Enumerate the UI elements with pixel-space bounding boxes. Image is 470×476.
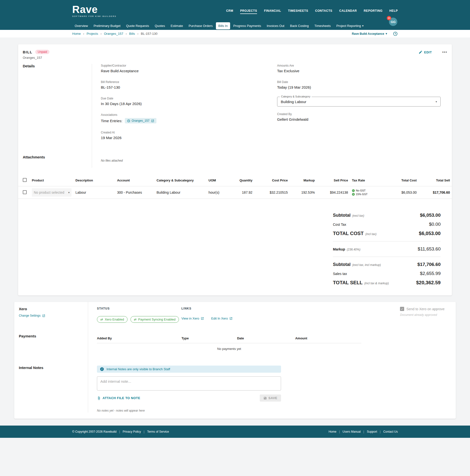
edit-button[interactable]: EDIT (419, 50, 432, 54)
privacy-policy-link[interactable]: Privacy Policy (123, 430, 141, 433)
project-tabs: Overview Preliminary Budget Quote Reques… (72, 21, 398, 30)
attachments-empty-text: No files attached (101, 159, 441, 162)
links-label: LINKS (181, 307, 233, 310)
tab-progress-payments[interactable]: Progress Payments (231, 22, 263, 29)
tax-rate-cost-icon: C (352, 189, 355, 192)
tab-estimate[interactable]: Estimate (168, 22, 185, 29)
totals-markup: Markup(236.40%) $11,653.60 (333, 246, 441, 252)
rave-logo[interactable]: Rave SOFTWARE FOR KIWI BUILDERS (72, 4, 117, 17)
nav-crm[interactable]: CRM (226, 8, 233, 14)
tab-quote-requests[interactable]: Quote Requests (124, 22, 151, 29)
user-avatar[interactable]: 30 GG (389, 18, 398, 26)
users-manual-link[interactable]: Users Manual (342, 430, 361, 433)
status-label: STATUS (97, 307, 181, 310)
tab-preliminary-budget[interactable]: Preliminary Budget (91, 22, 123, 29)
breadcrumb-project[interactable]: Oranges_157 (104, 32, 123, 35)
breadcrumb-separator: › (137, 32, 138, 35)
change-settings-link[interactable]: Change Settings (19, 314, 88, 317)
field-created-at: Created At 19 Mar 2026 (101, 131, 277, 140)
tab-invoices-out[interactable]: Invoices Out (264, 22, 287, 29)
nav-timesheets[interactable]: TIMESHEETS (288, 8, 308, 14)
internal-note-input[interactable] (97, 376, 281, 391)
xero-card: Xero Change Settings STATUS ⇄ Xero Enabl… (14, 302, 456, 419)
xero-enabled-chip[interactable]: ⇄ Xero Enabled (97, 316, 128, 323)
breadcrumb-bar: Home › Projects › Oranges_157 › Bills › … (0, 30, 470, 37)
contact-us-link[interactable]: Contact Us (383, 430, 398, 433)
field-amounts-are: Amounts Are Tax Exclusive (277, 64, 441, 73)
nav-contacts[interactable]: CONTACTS (315, 8, 333, 14)
cell-quantity: 187.92 (229, 186, 254, 199)
attach-file-to-note-button[interactable]: ATTACH FILE TO NOTE (97, 396, 140, 400)
save-icon (263, 396, 267, 400)
support-link[interactable]: Support (367, 430, 377, 433)
tab-back-costing[interactable]: Back Costing (288, 22, 311, 29)
payment-syncing-chip[interactable]: ⇄ Payment Syncing Enabled (131, 316, 179, 323)
tab-purchase-orders[interactable]: Purchase Orders (186, 22, 215, 29)
breadcrumb-projects[interactable]: Projects (87, 32, 98, 35)
category-select-value: Building Labour (281, 100, 306, 104)
select-all-checkbox[interactable] (23, 178, 27, 182)
nav-help[interactable]: HELP (389, 8, 398, 14)
status-badge: Unpaid (35, 50, 50, 54)
col-total-cost: Total Cost (385, 175, 419, 186)
more-menu-button[interactable]: ••• (442, 50, 447, 55)
chevron-down-icon: ▾ (386, 32, 387, 35)
send-to-xero-checkbox[interactable]: ✓ (400, 307, 404, 311)
breadcrumb-home[interactable]: Home (72, 32, 81, 35)
company-selector[interactable]: Rave Build Acceptance ▾ (352, 32, 387, 35)
time-entry-chip[interactable]: Oranges_157 (125, 118, 156, 123)
field-created-by: Created By Gellert Grindelwald (277, 112, 441, 121)
category-subcategory-select[interactable]: Category & Subcategory Building Labour ▾ (277, 97, 441, 106)
breadcrumb-current: BL-157-130 (141, 32, 157, 35)
main-content: BILL Unpaid Oranges_157 EDIT ••• Details (0, 37, 470, 419)
internal-notes-section-label: Internal Notes (19, 366, 88, 370)
col-product: Product (30, 175, 73, 186)
cell-description: Labour (73, 186, 115, 199)
col-tax-rate: Tax Rate (350, 175, 385, 186)
tab-bills-in[interactable]: Bills In (216, 22, 230, 29)
breadcrumb: Home › Projects › Oranges_157 › Bills › … (72, 32, 157, 35)
col-cost-price: Cost Price (254, 175, 290, 186)
payments-empty-text: No payments yet (97, 343, 361, 354)
logo-subtitle: SOFTWARE FOR KIWI BUILDERS (72, 15, 117, 17)
col-date: Date (237, 334, 295, 343)
totals-total-cost: TOTAL COST(incl tax) $6,053.00 (333, 231, 441, 236)
external-link-icon (42, 314, 45, 317)
tab-overview[interactable]: Overview (72, 22, 90, 29)
nav-projects[interactable]: PROJECTS (240, 8, 257, 14)
cell-markup: 192.53% (290, 186, 317, 199)
history-clock-icon[interactable] (393, 31, 398, 36)
send-to-xero-label: Send to Xero on approve (406, 307, 445, 311)
view-in-xero-link[interactable]: View in Xero (181, 317, 204, 320)
tab-project-reporting[interactable]: Project Reporting▾ (334, 22, 366, 29)
notification-badge: 30 (387, 16, 391, 20)
breadcrumb-separator: › (101, 32, 101, 35)
breadcrumb-bills[interactable]: Bills (129, 32, 135, 35)
tab-project-reporting-label: Project Reporting (336, 24, 361, 28)
footer-home-link[interactable]: Home (329, 430, 336, 433)
product-select-value: No product selected (34, 190, 64, 194)
internal-notes-info-text: Internal Notes are only visible to Branc… (106, 367, 170, 371)
page-title: BILL (23, 50, 32, 54)
row-checkbox[interactable] (23, 190, 27, 194)
attachments-section-label: Attachments (23, 155, 92, 159)
nav-reporting[interactable]: REPORTING (364, 8, 383, 14)
nav-calendar[interactable]: CALENDAR (339, 8, 357, 14)
edit-in-xero-link[interactable]: Edit In Xero (211, 317, 233, 320)
tab-quotes[interactable]: Quotes (152, 22, 168, 29)
time-entry-chip-label: Oranges_157 (132, 119, 150, 122)
field-supplier: Supplier/Contractor Rave Build Acceptanc… (101, 64, 277, 73)
col-total-sell: Total Sell (419, 175, 452, 186)
external-link-icon (201, 317, 204, 320)
bill-card: BILL Unpaid Oranges_157 EDIT ••• Details (18, 44, 452, 296)
cell-category: Building Labour (155, 186, 207, 199)
col-sell-price: Sell Price (317, 175, 350, 186)
tab-timesheets[interactable]: Timesheets (312, 22, 333, 29)
terms-of-service-link[interactable]: Terms of Service (147, 430, 169, 433)
totals-cost-tax: Cost Tax $0.00 (333, 221, 441, 227)
product-select[interactable]: No product selected ▾ (32, 188, 71, 197)
save-note-button[interactable]: SAVE (260, 394, 281, 402)
cell-cost-price: $32.210515 (254, 186, 290, 199)
nav-financial[interactable]: FINANCIAL (264, 8, 281, 14)
payments-table: Added By Type Date Amount (97, 334, 361, 343)
